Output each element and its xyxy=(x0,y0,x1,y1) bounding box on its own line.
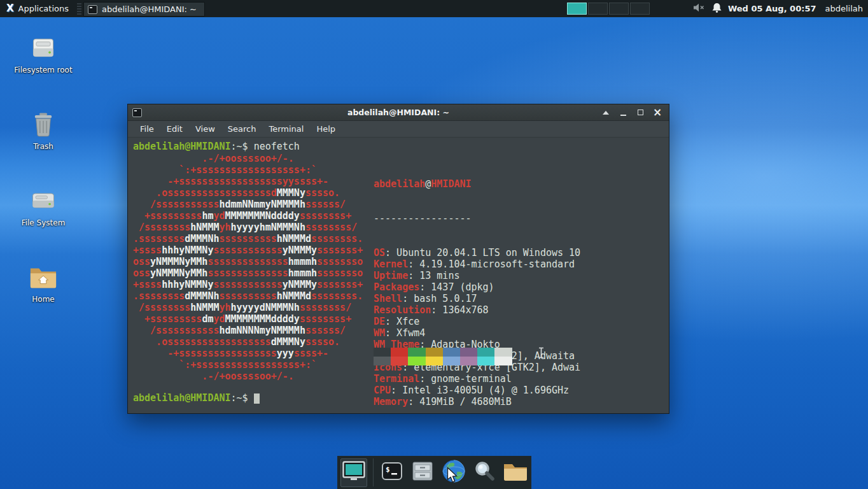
prompt-user-host: abdelilah@HMIDANI xyxy=(133,392,231,404)
terminal-content[interactable]: abdelilah@HMIDANI:~$neofetch .-/+oosssso… xyxy=(128,138,669,413)
home-folder-icon xyxy=(29,262,58,292)
neofetch-info-row: DE: Xfce xyxy=(374,316,580,327)
neofetch-info-row: OS: Ubuntu 20.04.1 LTS on Windows 10 xyxy=(374,247,580,259)
drive-icon xyxy=(29,186,58,215)
menu-terminal[interactable]: Terminal xyxy=(263,122,309,136)
menu-search[interactable]: Search xyxy=(222,122,262,136)
system-tray xyxy=(693,3,722,15)
palette-swatch xyxy=(391,357,408,365)
terminal-color-palette xyxy=(374,348,512,365)
desktop-icon-label: File System xyxy=(22,218,66,227)
prompt-line-2[interactable]: abdelilah@HMIDANI:~$ xyxy=(133,392,260,404)
desktop-icon-area: Filesystem root Trash File System Home xyxy=(10,33,76,320)
palette-swatch xyxy=(477,357,494,365)
drive-icon xyxy=(29,33,58,62)
dock-terminal-button[interactable]: $ xyxy=(379,458,404,486)
bottom-dock: $ xyxy=(337,456,531,489)
file-manager-folder-icon xyxy=(503,461,528,484)
palette-swatch xyxy=(391,348,408,357)
desktop-icon-filesystem-root[interactable]: Filesystem root xyxy=(10,33,76,90)
palette-swatch xyxy=(408,348,425,357)
terminal-window: abdelilah@HMIDANI: ~ × File Edit View Se… xyxy=(127,104,669,414)
neofetch-separator: ----------------- xyxy=(374,213,580,224)
dock-home-button[interactable] xyxy=(410,458,435,486)
neofetch-info-row: Packages: 1437 (dpkg) xyxy=(374,281,580,293)
palette-swatch xyxy=(408,357,425,365)
desktop-icon-label: Filesystem root xyxy=(14,66,72,74)
trash-icon xyxy=(29,110,58,139)
dock-app-finder-button[interactable] xyxy=(472,458,497,486)
palette-swatch xyxy=(443,348,460,357)
palette-swatch xyxy=(374,357,391,365)
terminal-launcher-icon: $ xyxy=(381,460,403,485)
menu-help[interactable]: Help xyxy=(311,122,341,136)
home-drawer-icon xyxy=(411,460,434,485)
neofetch-info-row: Terminal: gnome-terminal xyxy=(374,373,580,385)
mouse-cursor-arrow xyxy=(447,467,459,486)
xfce-logo-icon: X xyxy=(6,4,14,13)
terminal-icon xyxy=(88,5,97,14)
desktop-icon-file-system[interactable]: File System xyxy=(10,186,76,243)
titlebar[interactable]: abdelilah@HMIDANI: ~ × xyxy=(128,104,669,121)
palette-swatch xyxy=(477,348,494,357)
neofetch-info-row: Resolution: 868x489 xyxy=(374,304,580,316)
palette-swatch xyxy=(494,348,512,357)
minimize-button[interactable] xyxy=(619,108,627,117)
menu-edit[interactable]: Edit xyxy=(161,122,188,136)
workspace-2[interactable] xyxy=(588,3,608,15)
window-controls: × xyxy=(601,108,669,117)
terminal-icon xyxy=(132,108,142,117)
entered-command: neofetch xyxy=(254,141,300,152)
menu-view[interactable]: View xyxy=(190,122,221,136)
prompt-user-host: abdelilah@HMIDANI xyxy=(133,141,231,152)
desktop-icon-home[interactable]: Home xyxy=(10,262,76,320)
palette-swatch xyxy=(426,348,443,357)
prompt-line-1: abdelilah@HMIDANI:~$neofetch xyxy=(133,141,300,152)
search-magnifier-icon xyxy=(473,460,496,485)
display-icon xyxy=(342,461,365,484)
ibeam-text-cursor xyxy=(538,347,545,361)
desktop-icon-label: Home xyxy=(32,295,54,304)
dock-file-manager-button[interactable] xyxy=(503,458,528,486)
applications-label: Applications xyxy=(18,4,69,13)
neofetch-info-row: WM: Xfwm4 xyxy=(374,327,580,339)
applications-menu-button[interactable]: X Applications xyxy=(0,0,75,17)
palette-swatch xyxy=(426,357,443,365)
volume-muted-icon[interactable] xyxy=(693,3,704,14)
neofetch-ascii-logo: .-/+oossssoo+/-. `:+ssssssssssssssssss+:… xyxy=(133,153,363,382)
panel-clock[interactable]: Wed 05 Aug, 00:57 xyxy=(728,4,816,13)
dock-display-button[interactable] xyxy=(340,458,367,487)
prompt-suffix: :~$ xyxy=(231,141,248,152)
menu-file[interactable]: File xyxy=(134,122,160,136)
task-button-label: abdelilah@HMIDANI: ~ xyxy=(102,4,197,14)
neofetch-info-row: Shell: bash 5.0.17 xyxy=(374,293,580,304)
terminal-block-cursor xyxy=(254,393,260,404)
neofetch-info-row: Kernel: 4.19.104-microsoft-standard xyxy=(374,259,580,270)
neofetch-title: abdelilah@HMIDANI xyxy=(374,178,580,190)
desktop[interactable]: X Applications abdelilah@HMIDANI: ~ Wed … xyxy=(0,0,868,489)
workspace-4[interactable] xyxy=(630,3,650,15)
top-panel: X Applications abdelilah@HMIDANI: ~ Wed … xyxy=(0,0,868,17)
notification-bell-icon[interactable] xyxy=(712,3,722,15)
desktop-icon-label: Trash xyxy=(33,142,53,151)
panel-handle xyxy=(77,3,81,15)
desktop-icon-trash[interactable]: Trash xyxy=(10,110,76,167)
panel-username[interactable]: abdelilah xyxy=(825,4,863,13)
maximize-button[interactable] xyxy=(636,108,645,117)
palette-swatch xyxy=(460,348,477,357)
neofetch-info-row: CPU: Intel i3-4005U (4) @ 1.696GHz xyxy=(374,385,580,396)
palette-swatch xyxy=(494,357,512,365)
window-title: abdelilah@HMIDANI: ~ xyxy=(347,108,449,117)
workspace-switcher xyxy=(567,3,650,15)
workspace-3[interactable] xyxy=(609,3,629,15)
neofetch-info: abdelilah@HMIDANI ----------------- OS: … xyxy=(374,155,580,413)
svg-text:$: $ xyxy=(386,465,390,474)
close-button[interactable]: × xyxy=(653,108,662,117)
menubar: File Edit View Search Terminal Help xyxy=(128,121,669,138)
palette-swatch xyxy=(460,357,477,365)
neofetch-info-row: Memory: 419MiB / 4680MiB xyxy=(374,396,580,408)
workspace-1[interactable] xyxy=(567,3,587,15)
shade-button[interactable] xyxy=(601,108,610,117)
palette-swatch xyxy=(443,357,460,365)
taskbar-window-button[interactable]: abdelilah@HMIDANI: ~ xyxy=(83,2,205,17)
